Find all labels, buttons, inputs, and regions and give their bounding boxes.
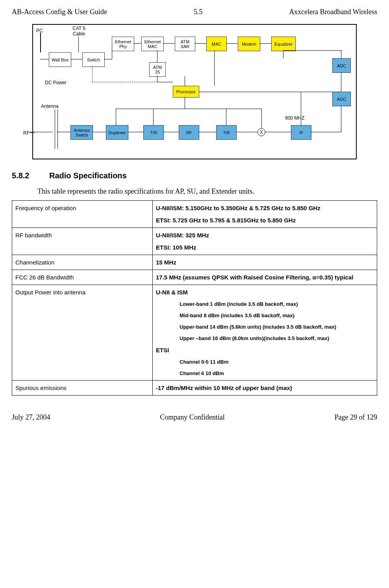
section-heading: 5.8.2Radio Specifications bbox=[12, 171, 377, 180]
label-antenna: Antenna bbox=[41, 104, 59, 109]
line bbox=[153, 109, 154, 125]
footer-right: Page 29 of 129 bbox=[335, 413, 377, 422]
table-row: Channelization 15 MHz bbox=[12, 255, 377, 270]
value-line: U-NII/ISM: 325 MHz bbox=[156, 232, 374, 239]
box-adc: ADC bbox=[332, 58, 351, 73]
line bbox=[185, 76, 185, 86]
line bbox=[341, 72, 341, 92]
box-processor: Processor bbox=[173, 86, 199, 98]
spec-value: U-NII & ISM Lower-band 1 dBm (include 3.… bbox=[153, 285, 377, 381]
box-switch: Switch bbox=[82, 52, 105, 67]
line bbox=[78, 37, 79, 52]
line bbox=[341, 105, 341, 132]
spec-value: 17.5 MHz (assumes QPSK with Raised Cosin… bbox=[153, 270, 377, 285]
line bbox=[157, 82, 173, 82]
table-row: FCC 26 dB Bandwidth 17.5 MHz (assumes QP… bbox=[12, 270, 377, 285]
spec-value: U-NII/ISM: 5.150GHz to 5.350GHz & 5.725 … bbox=[153, 201, 377, 228]
spec-value: 15 MHz bbox=[153, 255, 377, 270]
box-equalizer: Equalizer bbox=[271, 37, 296, 51]
line bbox=[116, 109, 261, 109]
spec-label: Output Power into antenna bbox=[12, 285, 153, 381]
line bbox=[104, 59, 112, 59]
box-if: IF bbox=[291, 125, 311, 140]
line bbox=[128, 132, 143, 132]
label-900mhz: 900 MHZ bbox=[285, 115, 304, 121]
line bbox=[198, 92, 340, 92]
line bbox=[283, 50, 342, 51]
line bbox=[157, 76, 157, 82]
box-rf: RF bbox=[179, 125, 199, 140]
box-modem: Modem bbox=[238, 37, 260, 51]
spec-value: -17 dBm/MHz within 10 MHz of upper band … bbox=[153, 381, 377, 396]
line bbox=[57, 132, 70, 132]
value-sub: Channel 6 10 dBm bbox=[180, 370, 374, 376]
box-ethernet-phy: Ethernet Phy bbox=[112, 37, 134, 51]
label-pc: PC bbox=[36, 28, 43, 33]
line bbox=[226, 43, 238, 44]
line bbox=[116, 109, 116, 125]
line bbox=[194, 43, 206, 44]
value-sub: Lower-band 1 dBm (include 3.5 dB backoff… bbox=[180, 301, 374, 307]
page-header: AB-Access Config & User Guide 5.5 Axxcel… bbox=[12, 8, 377, 16]
box-atm25: ATM 25 bbox=[149, 62, 166, 77]
line bbox=[311, 132, 341, 132]
box-tr2: T/R bbox=[216, 125, 237, 140]
value-sub: Channel 0-5 11 dBm bbox=[180, 359, 374, 365]
label-cat5: CAT 5 Cable bbox=[72, 26, 85, 37]
line bbox=[226, 109, 226, 125]
value-heading: ETSI bbox=[156, 347, 374, 353]
line bbox=[133, 43, 141, 44]
header-center: 5.5 bbox=[194, 8, 203, 16]
line bbox=[236, 132, 257, 132]
header-left: AB-Access Config & User Guide bbox=[12, 8, 107, 16]
table-row: Spurious emissions -17 dBm/MHz within 10… bbox=[12, 381, 377, 396]
table-row: Frequency of operation U-NII/ISM: 5.150G… bbox=[12, 201, 377, 228]
spec-value: U-NII/ISM: 325 MHz ETSI: 105 MHz bbox=[153, 228, 377, 255]
line bbox=[214, 50, 215, 86]
line bbox=[40, 59, 49, 59]
value-sub: Mid-band 8 dBm (includes 3.5 dB backoff,… bbox=[180, 312, 374, 318]
footer-left: July 27, 2004 bbox=[12, 413, 50, 422]
value-heading: U-NII & ISM bbox=[156, 289, 374, 296]
line bbox=[157, 50, 157, 62]
table-row: RF bandwidth U-NII/ISM: 325 MHz ETSI: 10… bbox=[12, 228, 377, 255]
box-atm-sar: ATM SAR bbox=[175, 37, 195, 51]
radio-spec-table: Frequency of operation U-NII/ISM: 5.150G… bbox=[12, 200, 377, 396]
box-wallbox: Wall Box bbox=[49, 52, 71, 67]
box-antenna-switch: Antenna Switch bbox=[70, 125, 93, 140]
spec-label: Frequency of operation bbox=[12, 201, 153, 228]
section-title: Radio Specifications bbox=[49, 171, 127, 180]
line bbox=[112, 43, 112, 59]
line bbox=[163, 132, 179, 132]
line bbox=[92, 66, 93, 82]
line bbox=[283, 50, 283, 58]
value-line: U-NII/ISM: 5.150GHz to 5.350GHz & 5.725 … bbox=[156, 205, 374, 211]
line bbox=[198, 132, 216, 132]
value-sub: Upper –band 16 dBm (8.0km units)(include… bbox=[180, 335, 374, 341]
box-ethernet-mac: Ethernet MAC bbox=[141, 37, 164, 51]
line bbox=[163, 43, 175, 44]
value-sub: Upper-band 14 dBm (5.6km units) (include… bbox=[180, 324, 374, 330]
spec-label: RF bandwidth bbox=[12, 228, 153, 255]
line bbox=[70, 59, 82, 59]
antenna-pole bbox=[55, 109, 58, 149]
header-right: Axxcelera Broadband Wireless bbox=[289, 8, 377, 16]
footer-center: Company Confidential bbox=[160, 413, 224, 422]
box-tr1: T/R bbox=[143, 125, 164, 140]
line bbox=[341, 50, 341, 58]
box-mac: MAC bbox=[206, 37, 227, 51]
page-footer: July 27, 2004 Company Confidential Page … bbox=[12, 413, 377, 422]
line bbox=[92, 132, 106, 132]
mixer-x: X bbox=[257, 128, 265, 136]
box-agc: AGC bbox=[332, 92, 351, 106]
value-line: ETSI: 105 MHz bbox=[156, 244, 374, 251]
block-diagram: PC CAT 5 Cable DC Power Antenna RF 900 M… bbox=[32, 24, 357, 159]
rf-zigzag-icon: ~ bbox=[29, 129, 35, 137]
spec-label: FCC 26 dB Bandwidth bbox=[12, 270, 153, 285]
spec-label: Channelization bbox=[12, 255, 153, 270]
line bbox=[259, 43, 271, 44]
label-dcpower: DC Power bbox=[45, 80, 67, 85]
line bbox=[185, 97, 185, 109]
value-line: ETSI: 5.725 GHz to 5.795 & 5.815GHz to 5… bbox=[156, 217, 374, 224]
line bbox=[261, 109, 262, 128]
